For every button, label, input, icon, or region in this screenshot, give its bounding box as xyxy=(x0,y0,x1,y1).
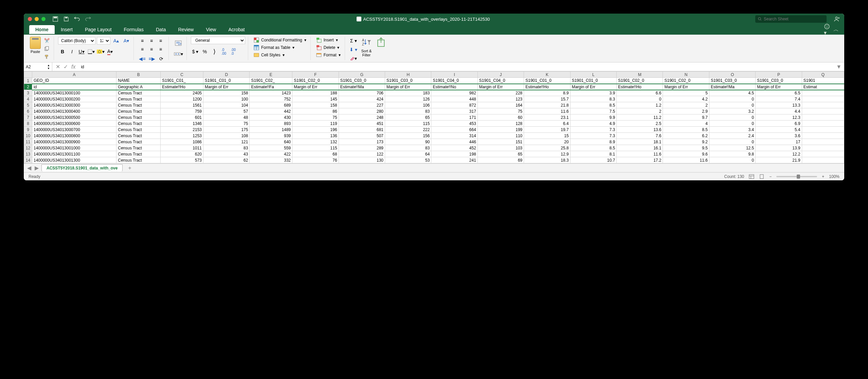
cell[interactable]: Census Tract xyxy=(116,114,161,121)
cell[interactable]: 15.7 xyxy=(524,96,570,102)
cell[interactable]: 0 xyxy=(709,96,755,102)
cell[interactable]: 164 xyxy=(477,102,524,108)
cell[interactable]: 227 xyxy=(339,102,385,108)
cell[interactable]: 1400000US34013000400 xyxy=(32,108,116,114)
cell[interactable]: 106 xyxy=(385,102,431,108)
cell[interactable]: 4 xyxy=(663,121,709,127)
italic-button[interactable]: I xyxy=(68,48,76,56)
cell[interactable]: GEO_ID xyxy=(32,78,116,84)
cell[interactable]: 442 xyxy=(250,108,292,114)
conditional-formatting-button[interactable]: Conditional Formatting ▾ xyxy=(252,37,308,43)
cell[interactable]: 57 xyxy=(203,108,250,114)
cell[interactable]: 0 xyxy=(709,121,755,127)
cell[interactable]: 90 xyxy=(385,139,431,145)
cell[interactable]: 7.6 xyxy=(617,133,663,139)
cell[interactable]: S1901_C03_0 xyxy=(385,78,431,84)
cell[interactable]: 3.4 xyxy=(709,127,755,133)
cell[interactable]: 68 xyxy=(292,151,339,157)
formula-input[interactable] xyxy=(79,65,833,69)
cell[interactable]: 158 xyxy=(292,102,339,108)
cell[interactable]: Census Tract xyxy=(116,145,161,151)
font-size-select[interactable]: 12 xyxy=(97,37,110,44)
cell[interactable]: 8.9 xyxy=(524,90,570,96)
cell[interactable]: 130 xyxy=(339,157,385,163)
sheet-tab[interactable]: ACSST5Y2018.S1901_data_with_ove xyxy=(41,164,123,172)
clear-icon[interactable]: ▾ xyxy=(349,54,358,62)
enter-formula-icon[interactable]: ✓ xyxy=(64,64,68,70)
row-header-12[interactable]: 12 xyxy=(24,145,32,151)
cell[interactable]: Estimate!!Ho xyxy=(617,84,663,90)
row-header-3[interactable]: 3 xyxy=(24,90,32,96)
cell[interactable] xyxy=(802,139,844,145)
cell[interactable] xyxy=(802,151,844,157)
cell[interactable]: 171 xyxy=(431,114,477,121)
cell[interactable]: 332 xyxy=(250,157,292,163)
cell[interactable]: Estimate!!Ho xyxy=(524,84,570,90)
cell[interactable]: 103 xyxy=(477,145,524,151)
cell[interactable]: 75 xyxy=(203,121,250,127)
cell[interactable]: Estimat xyxy=(802,84,844,90)
cell[interactable]: Estimate!!Ho xyxy=(161,84,203,90)
cell[interactable]: 196 xyxy=(292,127,339,133)
cell[interactable]: Census Tract xyxy=(116,139,161,145)
cell[interactable]: 1011 xyxy=(161,145,203,151)
insert-cells-button[interactable]: Insert ▾ xyxy=(315,37,342,43)
cell[interactable]: Margin of Err xyxy=(756,84,802,90)
cell[interactable]: 4.5 xyxy=(709,90,755,96)
cell[interactable] xyxy=(802,145,844,151)
tab-home[interactable]: Home xyxy=(29,25,55,34)
percent-icon[interactable]: % xyxy=(200,48,209,56)
tab-view[interactable]: View xyxy=(200,25,222,34)
cell[interactable] xyxy=(802,133,844,139)
cell[interactable]: S1901_C03_0 xyxy=(756,78,802,84)
cell[interactable]: Census Tract xyxy=(116,108,161,114)
cell[interactable]: 2.5 xyxy=(617,121,663,127)
row-header-13[interactable]: 13 xyxy=(24,151,32,157)
cell[interactable]: Margin of Err xyxy=(570,84,616,90)
autosave-icon[interactable] xyxy=(52,16,58,22)
cell[interactable]: S1901_C02_0 xyxy=(663,78,709,84)
cell[interactable]: 83 xyxy=(203,145,250,151)
cell[interactable]: 15 xyxy=(524,133,570,139)
comma-icon[interactable]: ⟩ xyxy=(210,48,219,56)
fx-icon[interactable]: fx xyxy=(71,64,75,70)
feedback-icon[interactable]: ▾ xyxy=(824,23,830,36)
font-family-select[interactable]: Calibri (Body) xyxy=(58,37,95,44)
cell[interactable]: Estimate!!Fa xyxy=(250,84,292,90)
redo-icon[interactable] xyxy=(85,16,91,22)
font-color-icon[interactable]: A ▾ xyxy=(106,48,114,56)
cell[interactable]: Geographic A xyxy=(116,84,161,90)
cell[interactable]: 982 xyxy=(431,90,477,96)
cell[interactable]: 0 xyxy=(709,139,755,145)
fill-color-icon[interactable]: ▾ xyxy=(96,48,105,56)
cell[interactable]: 12.9 xyxy=(524,151,570,157)
cell[interactable]: 1489 xyxy=(250,127,292,133)
zoom-slider[interactable] xyxy=(776,176,817,177)
cell[interactable]: 640 xyxy=(250,139,292,145)
row-header-10[interactable]: 10 xyxy=(24,133,32,139)
cell[interactable]: 7.5 xyxy=(570,108,616,114)
cell[interactable]: 1400000US34013000600 xyxy=(32,121,116,127)
next-sheet-icon[interactable]: ▶ xyxy=(35,165,39,171)
cell[interactable]: 23.1 xyxy=(524,114,570,121)
cell[interactable]: 12.3 xyxy=(756,114,802,121)
cell[interactable]: 62 xyxy=(203,157,250,163)
undo-icon[interactable] xyxy=(74,16,80,22)
cell[interactable]: 5.4 xyxy=(756,127,802,133)
cell[interactable]: 11.6 xyxy=(663,157,709,163)
cell[interactable]: 19.7 xyxy=(524,127,570,133)
delete-cells-button[interactable]: Delete ▾ xyxy=(315,44,342,51)
cell[interactable]: 13.3 xyxy=(756,102,802,108)
cell[interactable]: 424 xyxy=(339,96,385,102)
cell[interactable]: 64 xyxy=(385,151,431,157)
col-header-N[interactable]: N xyxy=(663,72,709,78)
increase-font-icon[interactable]: A▴ xyxy=(112,37,121,45)
cell[interactable]: 1400000US34013000700 xyxy=(32,127,116,133)
cell[interactable]: 151 xyxy=(477,139,524,145)
cell[interactable]: 110 xyxy=(477,133,524,139)
row-header-7[interactable]: 7 xyxy=(24,114,32,121)
search-input[interactable] xyxy=(764,17,824,21)
orientation-icon[interactable]: ⟳ xyxy=(157,55,166,63)
cell[interactable]: 126 xyxy=(385,96,431,102)
cell[interactable]: 1400000US34013000500 xyxy=(32,114,116,121)
